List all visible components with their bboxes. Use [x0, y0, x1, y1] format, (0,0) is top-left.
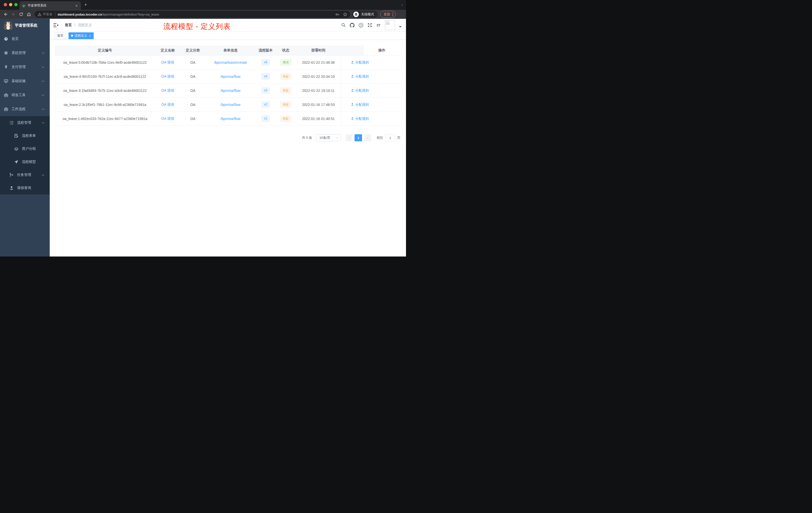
home-icon[interactable] — [27, 12, 31, 17]
definition-id: oa_leave:5:004b710b-7b8a-11ec-8ef0-acde4… — [55, 56, 155, 69]
url-path: /bpm/manager/definition?key=oa_leave — [102, 12, 159, 16]
form-link[interactable]: /bpm/oa/flow — [221, 117, 240, 121]
status-badge: 激活 — [280, 59, 291, 66]
definition-category: OA — [180, 112, 205, 125]
status-badge: 挂起 — [280, 73, 291, 80]
sidebar-item-workflow[interactable]: 工作流程 — [0, 102, 50, 116]
sidebar-item-label: 支付管理 — [11, 65, 26, 69]
sidebar-item-label: 首页 — [11, 37, 19, 41]
status-badge: 挂起 — [280, 116, 291, 122]
github-icon[interactable] — [350, 23, 354, 28]
sidebar-item-leave-query[interactable]: 请假查询 — [0, 181, 50, 194]
browser-tabstrip: 芋道管理系统 × + ⌄ — [0, 0, 406, 10]
pagination-total: 共 5 条 — [302, 135, 312, 140]
user-avatar[interactable] — [385, 20, 395, 30]
reload-icon[interactable] — [19, 12, 23, 17]
sidebar-item-payment[interactable]: ¥ 支付管理 — [0, 60, 50, 74]
sidebar-item-task-manage[interactable]: 任务管理 — [0, 169, 50, 181]
assign-rule-link[interactable]: 分配规则 — [351, 88, 369, 93]
forward-icon[interactable] — [11, 12, 16, 17]
sidebar-item-process-manage[interactable]: 流程管理 — [0, 116, 50, 129]
tag-home[interactable]: 首页 — [55, 32, 66, 39]
form-link[interactable]: /bpm/oa/flow — [221, 103, 240, 107]
col-header-name: 定义名称 — [155, 46, 180, 55]
definition-name-link[interactable]: OA 请假 — [161, 117, 174, 121]
breadcrumb: 首页 / 流程定义 — [65, 23, 92, 27]
definition-name-link[interactable]: OA 请假 — [161, 60, 174, 65]
new-tab-button[interactable]: + — [83, 2, 88, 8]
deploy-time: 2022-01-22 21:48:38 — [296, 56, 341, 69]
goto-page-input[interactable] — [385, 134, 395, 141]
security-chip[interactable]: 不安全 — [38, 12, 53, 17]
status-badge: 挂起 — [280, 101, 291, 108]
chevron-down-icon — [42, 52, 45, 54]
definition-category: OA — [180, 98, 205, 112]
process-list-icon — [9, 121, 13, 125]
sidebar-item-label: 流程管理 — [17, 120, 31, 125]
assign-rule-link[interactable]: 分配规则 — [351, 60, 369, 65]
robot-icon — [14, 147, 18, 151]
prev-page-button[interactable]: ‹ — [346, 134, 352, 141]
window-zoom-button[interactable] — [14, 3, 18, 6]
definition-name-link[interactable]: OA 请假 — [161, 88, 174, 93]
dashboard-icon — [4, 37, 8, 41]
browser-tab[interactable]: 芋道管理系统 × — [19, 1, 81, 10]
definition-name-link[interactable]: OA 请假 — [161, 102, 174, 107]
version-badge: v1 — [262, 116, 270, 122]
assign-rule-link[interactable]: 分配规则 — [351, 102, 369, 107]
tag-label: 流程定义 — [75, 34, 87, 38]
breadcrumb-home-link[interactable]: 首页 — [65, 23, 72, 27]
back-icon[interactable] — [3, 12, 8, 17]
assign-rule-link[interactable]: 分配规则 — [351, 117, 369, 121]
hamburger-icon[interactable] — [54, 23, 58, 27]
current-page-button[interactable]: 1 — [354, 134, 362, 141]
tag-process-definition[interactable]: 流程定义 × — [68, 32, 94, 39]
sidebar-item-label: 请假查询 — [17, 186, 31, 190]
omnibox-divider — [55, 12, 55, 16]
toolbox-icon — [4, 93, 8, 97]
browser-update-button[interactable]: 更新 — [380, 11, 396, 18]
definition-table: 定义编号 定义名称 定义分类 表单信息 流程版本 状态 部署时间 操作 — [55, 46, 401, 126]
assign-rule-link[interactable]: 分配规则 — [351, 74, 369, 79]
form-link[interactable]: /bpm/oa/leave/create — [214, 60, 247, 64]
help-icon[interactable]: ? — [358, 23, 363, 28]
window-close-button[interactable] — [4, 3, 7, 6]
avatar-caret-icon[interactable] — [399, 26, 402, 28]
sidebar-item-infrastructure[interactable]: 基础设施 — [0, 74, 50, 88]
page-size-select[interactable]: 10条/页 ∨ — [316, 134, 341, 141]
url-bar[interactable]: 不安全 dashboard.yudao.iocoder.cn/bpm/manag… — [35, 11, 350, 18]
tag-close-icon[interactable]: × — [89, 34, 91, 38]
sidebar-item-process-model[interactable]: 流程模型 — [0, 155, 50, 169]
sidebar-item-label: 任务管理 — [17, 173, 31, 177]
browser-toolbar: 不安全 dashboard.yudao.iocoder.cn/bpm/manag… — [0, 10, 406, 19]
fullscreen-icon[interactable] — [367, 23, 372, 28]
logo-avatar — [4, 21, 12, 30]
tab-title: 芋道管理系统 — [28, 3, 75, 8]
sidebar-item-process-form[interactable]: 流程表单 — [0, 129, 50, 142]
sidebar-item-user-group[interactable]: 用户分组 — [0, 142, 50, 155]
tab-close-icon[interactable]: × — [75, 3, 78, 8]
table-body: oa_leave:5:004b710b-7b8a-11ec-8ef0-acde4… — [55, 56, 401, 126]
next-page-button[interactable]: › — [364, 134, 371, 141]
form-link[interactable]: /bpm/oa/flow — [221, 74, 240, 79]
browser-menu-icon[interactable] — [393, 12, 393, 16]
key-icon[interactable] — [335, 12, 340, 17]
col-header-id: 定义编号 — [55, 46, 155, 55]
sidebar-logo[interactable]: 芋道管理系统 — [0, 19, 50, 32]
definition-name-link[interactable]: OA 请假 — [161, 74, 174, 79]
bookmark-star-icon[interactable] — [343, 12, 347, 17]
window-minimize-button[interactable] — [9, 3, 12, 6]
table-row: oa_leave:5:004b710b-7b8a-11ec-8ef0-acde4… — [55, 56, 401, 69]
form-link[interactable]: /bpm/oa/flow — [221, 89, 240, 93]
tab-search-chevron-icon[interactable]: ⌄ — [401, 3, 404, 6]
url-host: dashboard.yudao.iocoder.cn — [58, 12, 102, 16]
search-icon[interactable] — [341, 23, 346, 28]
sidebar-item-system[interactable]: 系统管理 — [0, 46, 50, 60]
chevron-down-icon — [42, 94, 45, 96]
font-size-icon[interactable]: tT — [376, 23, 381, 28]
sidebar-item-home[interactable]: 首页 — [0, 32, 50, 46]
sidebar-item-devtools[interactable]: 研发工具 — [0, 88, 50, 102]
main-area: 首页 / 流程定义 ? t — [50, 19, 406, 256]
gear-icon — [4, 51, 8, 55]
table-row: oa_leave:4:991f2193-7b7f-11ec-a3c8-acde4… — [55, 69, 401, 84]
